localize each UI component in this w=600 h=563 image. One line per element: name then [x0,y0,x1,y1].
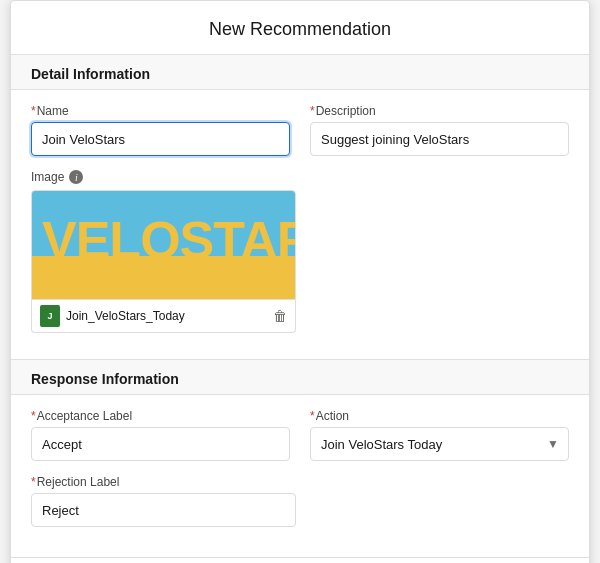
acceptance-label-label: *Acceptance Label [31,409,290,423]
document-icon: J [40,305,60,327]
image-preview: VELOSTAR [31,190,296,300]
response-section-body: *Acceptance Label *Action Join VeloStars… [11,395,589,557]
name-description-row: *Name *Description [31,104,569,156]
acceptance-label-group: *Acceptance Label [31,409,290,461]
dialog-footer: Cancel Save & New Save [11,557,589,563]
action-label: *Action [310,409,569,423]
action-required: * [310,409,315,423]
info-icon[interactable]: i [69,170,83,184]
rejection-label-group: *Rejection Label [31,475,296,527]
image-label-row: Image i [31,170,569,184]
description-input[interactable] [310,122,569,156]
delete-image-button[interactable]: 🗑 [273,308,287,324]
acceptance-required: * [31,409,36,423]
filename-text: Join_VeloStars_Today [66,309,185,323]
response-section-header: Response Information [11,359,589,395]
detail-section-title: Detail Information [31,66,150,82]
rejection-row: *Rejection Label [31,475,569,527]
new-recommendation-dialog: New Recommendation Detail Information *N… [10,0,590,563]
description-label: *Description [310,104,569,118]
action-group: *Action Join VeloStars Today ▼ [310,409,569,461]
detail-section-header: Detail Information [11,54,589,90]
name-group: *Name [31,104,290,156]
description-group: *Description [310,104,569,156]
detail-section-body: *Name *Description Image i VELOSTAR [11,90,589,359]
rejection-label-input[interactable] [31,493,296,527]
response-section-title: Response Information [31,371,179,387]
action-select[interactable]: Join VeloStars Today [310,427,569,461]
acceptance-label-input[interactable] [31,427,290,461]
description-required: * [310,104,315,118]
image-filename-bar: J Join_VeloStars_Today 🗑 [31,300,296,333]
name-required: * [31,104,36,118]
dialog-title: New Recommendation [11,1,589,54]
image-label: Image [31,170,64,184]
image-section: Image i VELOSTAR J Join_VeloStars_Today … [31,170,569,333]
rejection-required: * [31,475,36,489]
action-select-wrapper: Join VeloStars Today ▼ [310,427,569,461]
acceptance-action-row: *Acceptance Label *Action Join VeloStars… [31,409,569,461]
filename-left: J Join_VeloStars_Today [40,305,185,327]
name-input[interactable] [31,122,290,156]
name-label: *Name [31,104,290,118]
image-preview-text: VELOSTAR [42,214,296,266]
rejection-label-label: *Rejection Label [31,475,296,489]
